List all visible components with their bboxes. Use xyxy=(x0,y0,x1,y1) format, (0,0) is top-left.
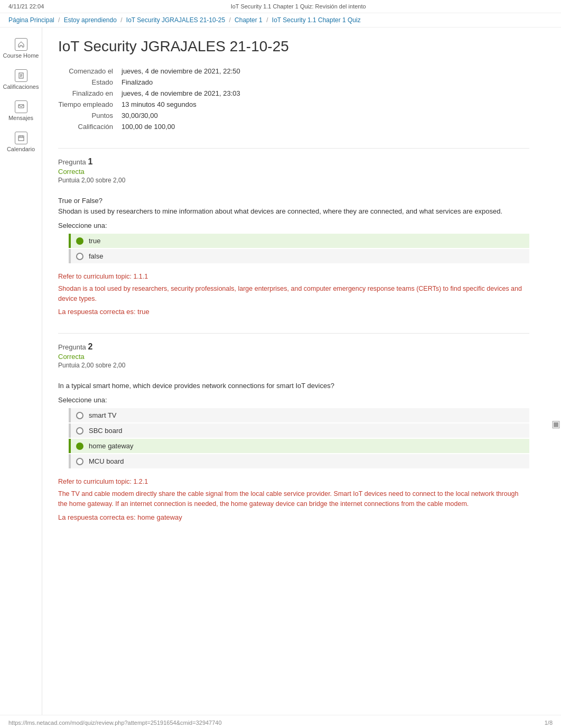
option-radio-1-1 xyxy=(76,237,83,245)
questions-container: Pregunta 1CorrectaPuntuia 2,00 sobre 2,0… xyxy=(58,148,529,522)
puntuacion-1: Puntuia 2,00 sobre 2,00 xyxy=(58,177,529,184)
correcta-label-1: Correcta xyxy=(58,168,529,176)
option-label-2-1: smart TV xyxy=(89,411,117,419)
breadcrumb-course[interactable]: IoT Security JGRAJALES 21-10-25 xyxy=(126,16,225,24)
sidebar-mensajes-label: Mensajes xyxy=(8,115,33,121)
feedback-text-2: The TV and cable modem directly share th… xyxy=(58,489,529,509)
option-item-2-2[interactable]: SBC board xyxy=(69,423,529,438)
estado-label: Estado xyxy=(58,77,121,88)
option-radio-2-2 xyxy=(76,427,83,435)
info-row-estado: Estado Finalizado xyxy=(58,77,249,88)
datetime-label: 4/11/21 22:04 xyxy=(8,3,44,10)
course-header: IoT Security JGRAJALES 21-10-25 xyxy=(58,38,529,55)
sidebar-item-calificaciones[interactable]: Calificaciones xyxy=(0,64,42,95)
option-item-2-3[interactable]: home gateway xyxy=(69,439,529,453)
sidebar: Course Home Calificaciones Mensajes xyxy=(0,27,42,715)
tiempo-label: Tiempo empleado xyxy=(58,99,121,110)
svg-rect-4 xyxy=(18,136,24,141)
q-label-1: Pregunta xyxy=(58,158,88,166)
course-title: IoT Security JGRAJALES 21-10-25 xyxy=(58,38,529,55)
home-icon xyxy=(15,38,27,51)
info-row-calificacion: Calificación 100,00 de 100,00 xyxy=(58,121,249,132)
feedback-text-1: Shodan is a tool used by researchers, se… xyxy=(58,284,529,304)
info-row-comenzado: Comenzado el jueves, 4 de noviembre de 2… xyxy=(58,66,249,77)
seleccione-label-2: Seleccione una: xyxy=(58,396,529,404)
question-text-1: True or False?Shodan is used by research… xyxy=(58,196,529,216)
puntos-label: Puntos xyxy=(58,110,121,121)
breadcrumb-chapter[interactable]: Chapter 1 xyxy=(235,16,263,24)
seleccione-label-1: Seleccione una: xyxy=(58,222,529,229)
correct-answer-1: La respuesta correcta es: true xyxy=(58,307,529,317)
q-num-2: 2 xyxy=(88,342,92,351)
info-row-finalizado: Finalizado en jueves, 4 de noviembre de … xyxy=(58,88,249,99)
info-table: Comenzado el jueves, 4 de noviembre de 2… xyxy=(58,66,529,132)
main-content: IoT Security JGRAJALES 21-10-25 Comenzad… xyxy=(42,27,550,715)
sidebar-item-mensajes[interactable]: Mensajes xyxy=(0,95,42,126)
option-label-1-1: true xyxy=(89,237,100,245)
puntuacion-2: Puntuia 2,00 sobre 2,00 xyxy=(58,362,529,369)
option-radio-2-1 xyxy=(76,412,83,419)
sidebar-calificaciones-label: Calificaciones xyxy=(3,84,39,90)
correct-answer-2: La respuesta correcta es: home gateway xyxy=(58,512,529,523)
question-header-1: Pregunta 1 xyxy=(58,157,529,167)
question-text-2: In a typical smart home, which device pr… xyxy=(58,381,529,391)
feedback-topic-1: Refer to curriculum topic: 1.1.1 xyxy=(58,272,529,282)
option-label-2-3: home gateway xyxy=(89,442,134,450)
option-radio-1-2 xyxy=(76,253,83,260)
question-block-1: Pregunta 1CorrectaPuntuia 2,00 sobre 2,0… xyxy=(58,148,529,317)
scroll-indicator: ▣ xyxy=(550,27,561,715)
option-label-2-2: SBC board xyxy=(89,427,123,435)
estado-value: Finalizado xyxy=(121,77,249,88)
messages-icon xyxy=(15,100,27,113)
option-radio-2-3 xyxy=(76,443,83,450)
calificacion-value: 100,00 de 100,00 xyxy=(121,121,249,132)
info-row-tiempo: Tiempo empleado 13 minutos 40 segundos xyxy=(58,99,249,110)
info-row-puntos: Puntos 30,00/30,00 xyxy=(58,110,249,121)
calendar-icon xyxy=(15,132,27,144)
correcta-label-2: Correcta xyxy=(58,353,529,361)
question-line1-1: True or False? xyxy=(58,196,529,206)
calificacion-label: Calificación xyxy=(58,121,121,132)
breadcrumb-estoy[interactable]: Estoy aprendiendo xyxy=(64,16,117,24)
option-radio-2-4 xyxy=(76,458,83,465)
option-label-2-4: MCU board xyxy=(89,457,124,465)
footer: https://lms.netacad.com/mod/quiz/review.… xyxy=(0,715,561,728)
breadcrumb-quiz[interactable]: IoT Security 1.1 Chapter 1 Quiz xyxy=(272,16,361,24)
top-bar: 4/11/21 22:04 IoT Security 1.1 Chapter 1… xyxy=(0,0,561,13)
options-list-1: truefalse xyxy=(69,234,529,263)
layout: Course Home Calificaciones Mensajes xyxy=(0,27,561,715)
question-header-2: Pregunta 2 xyxy=(58,342,529,352)
option-item-1-1[interactable]: true xyxy=(69,234,529,248)
finalizado-value: jueves, 4 de noviembre de 2021, 23:03 xyxy=(121,88,249,99)
finalizado-label: Finalizado en xyxy=(58,88,121,99)
footer-page: 1/8 xyxy=(545,720,553,726)
sidebar-item-calendario[interactable]: Calendario xyxy=(0,126,42,158)
question-block-2: Pregunta 2CorrectaPuntuia 2,00 sobre 2,0… xyxy=(58,333,529,522)
options-list-2: smart TVSBC boardhome gatewayMCU board xyxy=(69,408,529,468)
tiempo-value: 13 minutos 40 segundos xyxy=(121,99,249,110)
q-num-1: 1 xyxy=(88,157,92,166)
grades-icon xyxy=(15,69,27,82)
q-label-2: Pregunta xyxy=(58,343,88,351)
sidebar-item-course-home[interactable]: Course Home xyxy=(0,33,42,64)
question-line2-2: In a typical smart home, which device pr… xyxy=(58,381,529,391)
option-item-1-2[interactable]: false xyxy=(69,249,529,263)
sidebar-calendario-label: Calendario xyxy=(7,146,35,152)
breadcrumb: Página Principal / Estoy aprendiendo / I… xyxy=(0,13,561,27)
question-line2-1: Shodan is used by researchers to mine in… xyxy=(58,206,529,217)
sidebar-course-home-label: Course Home xyxy=(3,52,39,59)
option-label-1-2: false xyxy=(89,252,103,260)
breadcrumb-home[interactable]: Página Principal xyxy=(8,16,54,24)
footer-url: https://lms.netacad.com/mod/quiz/review.… xyxy=(8,720,222,726)
comenzado-label: Comenzado el xyxy=(58,66,121,77)
feedback-topic-2: Refer to curriculum topic: 1.2.1 xyxy=(58,477,529,487)
scroll-icon: ▣ xyxy=(551,418,560,430)
feedback-section-1: Refer to curriculum topic: 1.1.1Shodan i… xyxy=(58,272,529,317)
puntos-value: 30,00/30,00 xyxy=(121,110,249,121)
feedback-section-2: Refer to curriculum topic: 1.2.1The TV a… xyxy=(58,477,529,522)
page-title-label: IoT Security 1.1 Chapter 1 Quiz: Revisió… xyxy=(231,3,366,10)
option-item-2-4[interactable]: MCU board xyxy=(69,454,529,468)
option-item-2-1[interactable]: smart TV xyxy=(69,408,529,422)
comenzado-value: jueves, 4 de noviembre de 2021, 22:50 xyxy=(121,66,249,77)
